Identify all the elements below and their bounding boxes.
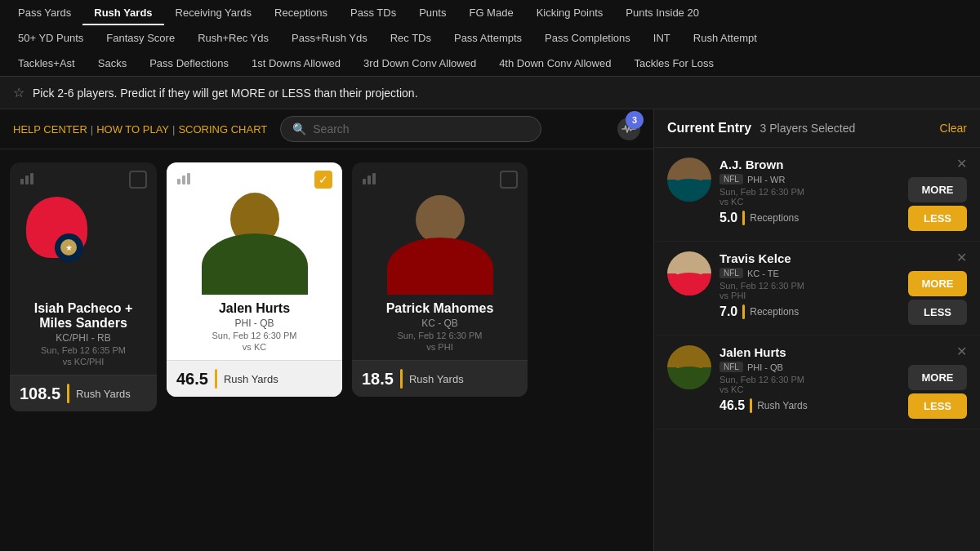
panel-close-hurts[interactable]: ✕ <box>956 345 967 358</box>
btn-more-aj[interactable]: MORE <box>908 177 967 202</box>
help-links: HELP CENTER | HOW TO PLAY | SCORING CHAR… <box>13 123 267 136</box>
panel-clear-button[interactable]: Clear <box>940 122 967 135</box>
stat-tab-kicking-points[interactable]: Kicking Points <box>525 0 615 25</box>
panel-player-hurts: Jalen Hurts NFL PHI - QB Sun, Feb 12 6:3… <box>654 335 980 429</box>
stat-tab-int[interactable]: INT <box>642 25 682 51</box>
stat-tab-pass-completions[interactable]: Pass Completions <box>533 25 642 51</box>
stat-tab-4th-down-conv[interactable]: 4th Down Conv Allowed <box>488 51 622 76</box>
stat-tab-tackles-ast[interactable]: Tackles+Ast <box>7 51 87 76</box>
stat-tab-rush-attempt[interactable]: Rush Attempt <box>682 25 768 51</box>
svg-rect-1 <box>25 176 29 184</box>
panel-badges-aj: NFL PHI - WR <box>719 174 900 184</box>
stat-tab-rush-yards[interactable]: Rush Yards <box>82 0 163 25</box>
stat-tabs: Pass YardsRush YardsReceiving YardsRecep… <box>0 0 980 77</box>
stat-tab-receptions[interactable]: Receptions <box>263 0 339 25</box>
card-checkbox-hurts[interactable]: ✓ <box>314 171 332 189</box>
panel-stat-row-aj: 5.0 Receptions <box>719 211 900 225</box>
panel-stat-row-hurts: 46.5 Rush Yards <box>719 398 900 413</box>
panel-game-time-aj: Sun, Feb 12 6:30 PM <box>719 187 900 197</box>
stat-tab-tackles-for-loss[interactable]: Tackles For Loss <box>622 51 725 76</box>
main-content: HELP CENTER | HOW TO PLAY | SCORING CHAR… <box>0 109 980 551</box>
cards-area: ★ Isiah Pacheco + Miles Sanders KC/PHI -… <box>0 149 653 551</box>
card-stats-icon-hurts[interactable] <box>176 171 194 189</box>
card-stat-label-pacheco: Rush Yards <box>76 388 131 400</box>
panel-player-info-kelce: Travis Kelce NFL KC - TE Sun, Feb 12 6:3… <box>719 251 900 319</box>
stat-tab-pass-deflections[interactable]: Pass Deflections <box>138 51 240 76</box>
panel-players: A.J. Brown NFL PHI - WR Sun, Feb 12 6:30… <box>654 148 980 551</box>
panel-stat-label-aj: Receptions <box>750 212 799 224</box>
card-stats-icon-mahomes[interactable] <box>362 171 380 189</box>
btn-less-aj[interactable]: LESS <box>908 206 967 231</box>
panel-close-kelce[interactable]: ✕ <box>956 251 967 264</box>
player-card-pacheco: ★ Isiah Pacheco + Miles Sanders KC/PHI -… <box>10 162 157 411</box>
btn-more-kelce[interactable]: MORE <box>908 271 967 296</box>
card-player-name-mahomes: Patrick Mahomes <box>362 301 518 316</box>
stat-tab-punts[interactable]: Punts <box>408 0 457 25</box>
badge-nfl-aj: NFL <box>719 174 743 184</box>
stat-tab-pass-tds[interactable]: Pass TDs <box>339 0 408 25</box>
svg-rect-6 <box>363 179 366 184</box>
stat-tab-punts-inside-20[interactable]: Punts Inside 20 <box>614 0 710 25</box>
btn-more-hurts[interactable]: MORE <box>908 365 967 390</box>
panel-game-time-kelce: Sun, Feb 12 6:30 PM <box>719 281 900 291</box>
stat-tab-1st-downs-allowed[interactable]: 1st Downs Allowed <box>240 51 352 76</box>
card-image: ★ <box>10 189 157 295</box>
panel-stat-label-kelce: Receptions <box>750 306 799 318</box>
card-player-name-hurts: Jalen Hurts <box>176 301 332 316</box>
help-center-link[interactable]: HELP CENTER <box>13 123 87 136</box>
card-bottom-hurts: 46.5 Rush Yards <box>167 360 342 397</box>
card-player-team-pacheco: KC/PHI - RB <box>20 332 147 344</box>
stat-tab-rush-rec-yds[interactable]: Rush+Rec Yds <box>186 25 280 51</box>
stat-tab-fg-made[interactable]: FG Made <box>457 0 524 25</box>
btn-less-hurts[interactable]: LESS <box>908 393 967 419</box>
panel-player-info-hurts: Jalen Hurts NFL PHI - QB Sun, Feb 12 6:3… <box>719 345 900 413</box>
btn-less-kelce[interactable]: LESS <box>908 300 967 325</box>
badge-team-hurts: PHI - QB <box>747 362 783 372</box>
card-checkbox-mahomes[interactable] <box>500 171 518 189</box>
links-search-row: HELP CENTER | HOW TO PLAY | SCORING CHAR… <box>0 109 653 149</box>
panel-header: Current Entry 3 Players Selected Clear <box>654 109 980 148</box>
card-bottom-mahomes: 18.5 Rush Yards <box>352 360 528 397</box>
card-stats-icon[interactable] <box>20 171 38 189</box>
search-bar[interactable]: 🔍 Search <box>280 116 541 142</box>
card-stat-label-hurts: Rush Yards <box>224 373 278 385</box>
panel-stat-value-kelce: 7.0 <box>719 304 737 319</box>
panel-game-time-hurts: Sun, Feb 12 6:30 PM <box>719 375 900 384</box>
card-image-hurts <box>167 189 342 295</box>
mahomes-body <box>387 238 493 295</box>
how-to-play-link[interactable]: HOW TO PLAY <box>96 123 169 136</box>
card-bottom-pacheco: 108.5 Rush Yards <box>10 375 157 411</box>
badge-team-aj: PHI - WR <box>747 175 785 184</box>
card-top-hurts: ✓ <box>167 162 342 189</box>
panel-stat-value-aj: 5.0 <box>719 211 737 225</box>
card-checkbox-pacheco[interactable] <box>129 171 147 189</box>
card-opponent-pacheco: vs KC/PHI <box>20 357 147 367</box>
card-score-pacheco: 108.5 <box>20 384 60 403</box>
stat-tab-pass-rush-yds[interactable]: Pass+Rush Yds <box>280 25 379 51</box>
stat-tab-receiving-yards[interactable]: Receiving Yards <box>164 0 263 25</box>
badge-nfl-hurts: NFL <box>719 362 743 372</box>
stat-tab-sacks[interactable]: Sacks <box>87 51 138 76</box>
panel-actions-hurts: ✕ MORE LESS <box>908 345 967 419</box>
card-game-info-hurts: Sun, Feb 12 6:30 PM <box>176 331 332 340</box>
stat-tab-3rd-down-conv[interactable]: 3rd Down Conv Allowed <box>352 51 488 76</box>
search-icon: 🔍 <box>292 122 306 136</box>
panel-close-aj[interactable]: ✕ <box>956 158 967 171</box>
panel-stat-divider-kelce <box>742 304 745 319</box>
stat-tab-rec-tds[interactable]: Rec TDs <box>379 25 443 51</box>
card-divider-mahomes <box>400 369 403 389</box>
activity-button[interactable]: 3 <box>617 118 640 140</box>
avatar-kelce <box>667 251 711 295</box>
scoring-chart-link[interactable]: SCORING CHART <box>178 123 267 136</box>
stat-tab-50yd-punts[interactable]: 50+ YD Punts <box>7 25 95 51</box>
stat-tab-fantasy-score[interactable]: Fantasy Score <box>95 25 186 51</box>
panel-badges-hurts: NFL PHI - QB <box>719 362 900 372</box>
star-icon[interactable]: ☆ <box>13 85 24 100</box>
stat-tab-pass-yards[interactable]: Pass Yards <box>7 0 82 25</box>
player-card-hurts: ✓ Jalen Hurts PHI - QB Sun, Feb <box>167 162 342 397</box>
stat-tab-pass-attempts[interactable]: Pass Attempts <box>443 25 533 51</box>
card-info-mahomes: Patrick Mahomes KC - QB Sun, Feb 12 6:30… <box>352 295 528 352</box>
announcement-bar: ☆ Pick 2-6 players. Predict if they will… <box>0 77 980 109</box>
badge-team-kelce: KC - TE <box>747 269 779 278</box>
card-game-info-pacheco: Sun, Feb 12 6:35 PM <box>20 345 147 355</box>
